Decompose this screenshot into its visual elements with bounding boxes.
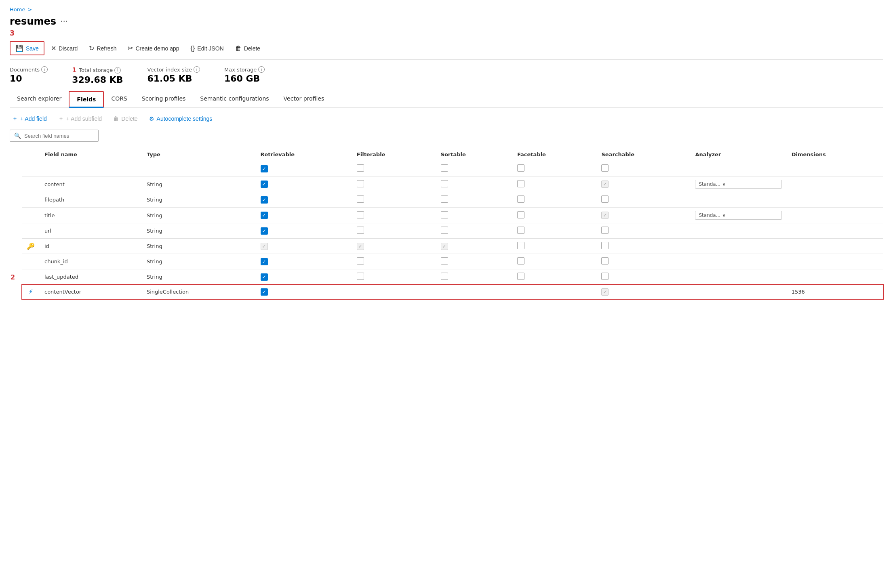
analyzer-dropdown[interactable]: Standa... ∨	[695, 180, 781, 189]
checkbox-filterable[interactable]	[357, 273, 364, 280]
discard-icon: ✕	[51, 44, 56, 52]
facetable-cell	[512, 223, 597, 239]
checkbox-filterable[interactable]	[357, 211, 364, 218]
checkbox-searchable[interactable]	[601, 273, 609, 280]
checkbox-sortable[interactable]	[441, 227, 448, 234]
tab-fields[interactable]: Fields	[69, 91, 104, 108]
add-field-button[interactable]: ＋ + Add field	[10, 113, 49, 124]
checkbox-facetable[interactable]	[517, 273, 524, 280]
checkbox-retrievable[interactable]	[261, 165, 268, 172]
analyzer-cell: Standa... ∨	[690, 208, 786, 223]
checkbox-filterable[interactable]	[357, 227, 364, 234]
stat-total-storage: 1 Total storage i 329.68 KB	[72, 66, 123, 85]
edit-json-button[interactable]: {} Edit JSON	[186, 42, 229, 55]
save-button[interactable]: 💾 Save	[10, 41, 44, 55]
tab-search-explorer[interactable]: Search explorer	[10, 91, 69, 108]
type-cell: String	[142, 239, 256, 254]
autocomplete-settings-button[interactable]: ⚙ Autocomplete settings	[147, 114, 215, 124]
table-row: url String	[22, 223, 883, 239]
checkbox-facetable[interactable]	[517, 195, 524, 203]
max-storage-info-icon[interactable]: i	[258, 66, 265, 73]
refresh-button[interactable]: ↻ Refresh	[84, 42, 121, 55]
field-name-cell	[40, 161, 142, 176]
table-row-content-vector: ⚡ contentVector SingleCollection 1536	[22, 285, 883, 299]
checkbox-retrievable[interactable]	[261, 181, 268, 188]
checkbox-filterable[interactable]	[357, 164, 364, 172]
dimensions-cell	[787, 176, 883, 192]
checkbox-facetable[interactable]	[517, 242, 524, 249]
delete-field-button[interactable]: 🗑 Delete	[111, 114, 140, 124]
row-icon-cell	[22, 223, 40, 239]
breadcrumb: Home >	[10, 6, 883, 13]
col-dimensions: Dimensions	[787, 148, 883, 161]
checkbox-searchable[interactable]	[601, 257, 609, 265]
filterable-cell	[352, 269, 436, 285]
retrievable-cell	[256, 208, 352, 223]
vector-index-info-icon[interactable]: i	[194, 66, 200, 73]
tab-scoring-profiles[interactable]: Scoring profiles	[135, 91, 193, 108]
checkbox-retrievable[interactable]	[261, 196, 268, 204]
tab-vector-profiles[interactable]: Vector profiles	[276, 91, 332, 108]
checkbox-facetable[interactable]	[517, 164, 524, 172]
discard-button[interactable]: ✕ Discard	[46, 42, 82, 55]
searchable-cell	[596, 239, 690, 254]
stat-max-storage: Max storage i 160 GB	[224, 66, 265, 84]
facetable-cell	[512, 285, 597, 299]
tab-semantic-configurations[interactable]: Semantic configurations	[193, 91, 276, 108]
checkbox-retrievable[interactable]	[261, 288, 268, 296]
stats-row: Documents i 10 1 Total storage i 329.68 …	[10, 66, 883, 85]
checkbox-facetable[interactable]	[517, 180, 524, 187]
checkbox-retrievable[interactable]	[261, 227, 268, 235]
checkbox-sortable[interactable]	[441, 273, 448, 280]
type-cell: String	[142, 254, 256, 269]
checkbox-retrievable	[261, 243, 268, 250]
checkbox-facetable[interactable]	[517, 211, 524, 218]
stat-vector-index: Vector index size i 61.05 KB	[147, 66, 200, 84]
documents-info-icon[interactable]: i	[41, 66, 48, 73]
checkbox-sortable[interactable]	[441, 180, 448, 187]
add-field-icon: ＋	[12, 115, 18, 122]
add-subfield-button[interactable]: ＋ + Add subfield	[56, 113, 104, 124]
checkbox-sortable[interactable]	[441, 164, 448, 172]
analyzer-dropdown[interactable]: Standa... ∨	[695, 211, 781, 220]
delete-button[interactable]: 🗑 Delete	[230, 42, 265, 55]
dimensions-cell	[787, 269, 883, 285]
analyzer-cell	[690, 269, 786, 285]
checkbox-facetable[interactable]	[517, 257, 524, 265]
col-searchable: Searchable	[596, 148, 690, 161]
checkbox-searchable[interactable]	[601, 164, 609, 172]
search-input[interactable]	[24, 133, 94, 139]
delete-field-icon: 🗑	[113, 116, 119, 122]
checkbox-sortable	[441, 243, 448, 250]
checkbox-filterable[interactable]	[357, 257, 364, 265]
checkbox-retrievable[interactable]	[261, 258, 268, 265]
breadcrumb-home[interactable]: Home	[10, 6, 25, 13]
total-storage-info-icon[interactable]: i	[114, 67, 121, 74]
tab-cors[interactable]: CORS	[104, 91, 134, 108]
retrievable-cell	[256, 254, 352, 269]
checkbox-filterable	[357, 243, 364, 250]
facetable-cell	[512, 192, 597, 208]
filterable-cell	[352, 208, 436, 223]
checkbox-filterable[interactable]	[357, 180, 364, 187]
create-demo-app-button[interactable]: ✂ Create demo app	[123, 42, 184, 55]
sortable-cell	[436, 192, 512, 208]
checkbox-sortable[interactable]	[441, 211, 448, 218]
dimensions-cell	[787, 192, 883, 208]
row-icon-cell	[22, 161, 40, 176]
checkbox-searchable[interactable]	[601, 242, 609, 249]
checkbox-sortable[interactable]	[441, 195, 448, 203]
field-name-cell: filepath	[40, 192, 142, 208]
checkbox-retrievable[interactable]	[261, 273, 268, 281]
checkbox-filterable[interactable]	[357, 195, 364, 203]
field-name-cell: id	[40, 239, 142, 254]
page-title-menu[interactable]: ···	[60, 17, 68, 26]
dimensions-cell	[787, 161, 883, 176]
checkbox-retrievable[interactable]	[261, 212, 268, 219]
analyzer-cell	[690, 192, 786, 208]
checkbox-searchable[interactable]	[601, 195, 609, 203]
checkbox-searchable[interactable]	[601, 227, 609, 234]
checkbox-sortable[interactable]	[441, 257, 448, 265]
sortable-cell	[436, 285, 512, 299]
checkbox-facetable[interactable]	[517, 227, 524, 234]
